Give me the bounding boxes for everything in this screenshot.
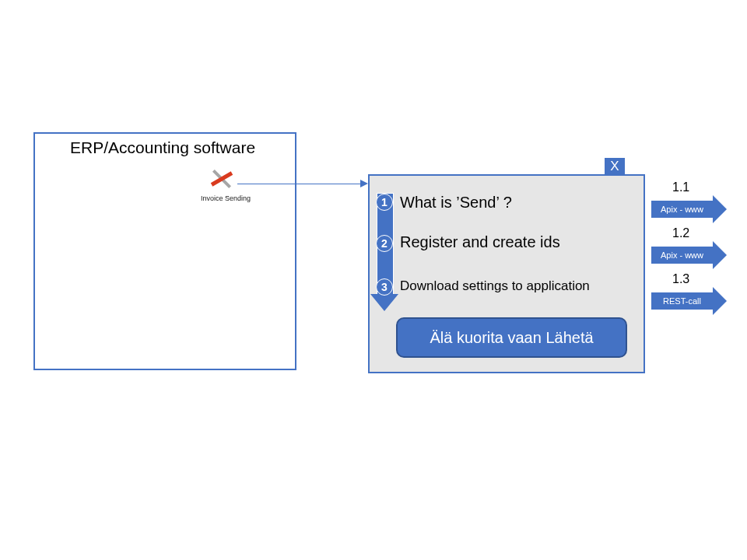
chevron-down-icon bbox=[370, 294, 398, 311]
arrowhead-right-icon bbox=[713, 241, 727, 269]
erp-title: ERP/Accounting software bbox=[70, 138, 255, 157]
arrowhead-right-icon bbox=[713, 195, 727, 223]
arrowhead-right-icon bbox=[360, 180, 368, 187]
step-text-1: What is ’Send’ ? bbox=[400, 194, 512, 212]
ext-arrow-2: Apix - www bbox=[651, 241, 728, 269]
ext-arrow-1: Apix - www bbox=[651, 195, 728, 223]
send-button[interactable]: Älä kuorita vaan Lähetä bbox=[396, 317, 627, 358]
erp-box bbox=[33, 132, 296, 370]
ext-label-2: 1.2 bbox=[672, 226, 689, 240]
close-x-icon bbox=[210, 167, 233, 191]
step-text-3: Download settings to application bbox=[400, 278, 590, 294]
ext-arrow-2-text: Apix - www bbox=[651, 246, 713, 264]
ext-label-3: 1.3 bbox=[672, 272, 689, 286]
close-button[interactable]: X bbox=[605, 158, 625, 175]
step-text-2: Register and create ids bbox=[400, 233, 560, 251]
ext-arrow-1-text: Apix - www bbox=[651, 200, 713, 219]
invoice-sending-label: Invoice Sending bbox=[201, 194, 251, 202]
step-circle-1: 1 bbox=[376, 194, 393, 211]
ext-arrow-3-text: REST-call bbox=[651, 292, 713, 310]
step-circle-2: 2 bbox=[376, 235, 393, 252]
ext-arrow-3: REST-call bbox=[651, 287, 728, 315]
ext-label-1: 1.1 bbox=[672, 180, 689, 194]
arrowhead-right-icon bbox=[713, 287, 727, 315]
step-circle-3: 3 bbox=[376, 278, 393, 296]
connector-arrow bbox=[237, 184, 360, 184]
